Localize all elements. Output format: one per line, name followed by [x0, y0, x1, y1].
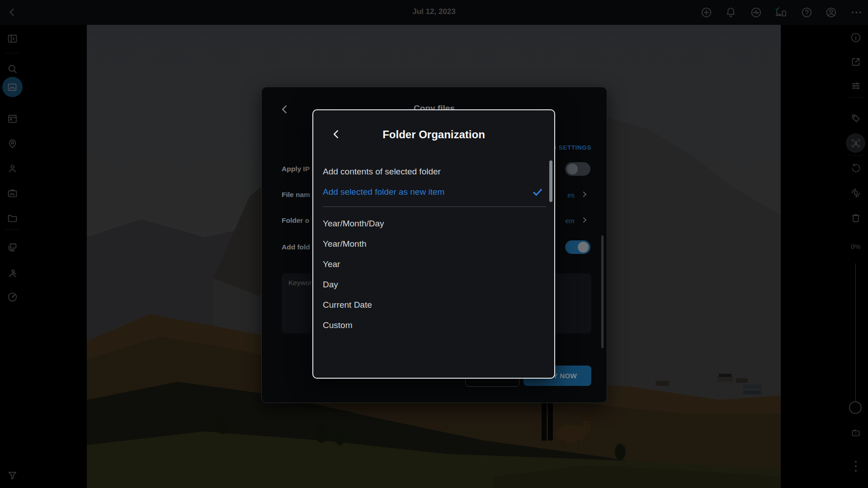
option-custom[interactable]: Custom: [323, 320, 352, 330]
option-current-date[interactable]: Current Date: [323, 300, 372, 310]
selected-check-icon: [532, 186, 543, 198]
option-year-month-day[interactable]: Year/Month/Day: [323, 219, 384, 229]
modal-title: Folder Organization: [313, 128, 554, 141]
option-year-month[interactable]: Year/Month: [323, 239, 366, 249]
photo-app-window: Jul 12, 2023: [0, 0, 868, 488]
option-day[interactable]: Day: [323, 280, 338, 290]
option-add-as-new-item[interactable]: Add selected folder as new item: [323, 187, 444, 197]
option-add-contents[interactable]: Add contents of selected folder: [323, 167, 441, 177]
option-year[interactable]: Year: [323, 259, 340, 269]
modal-divider: [323, 206, 546, 207]
folder-organization-dialog: Folder Organization Add contents of sele…: [312, 109, 555, 379]
modal-scrollbar[interactable]: [549, 160, 552, 202]
